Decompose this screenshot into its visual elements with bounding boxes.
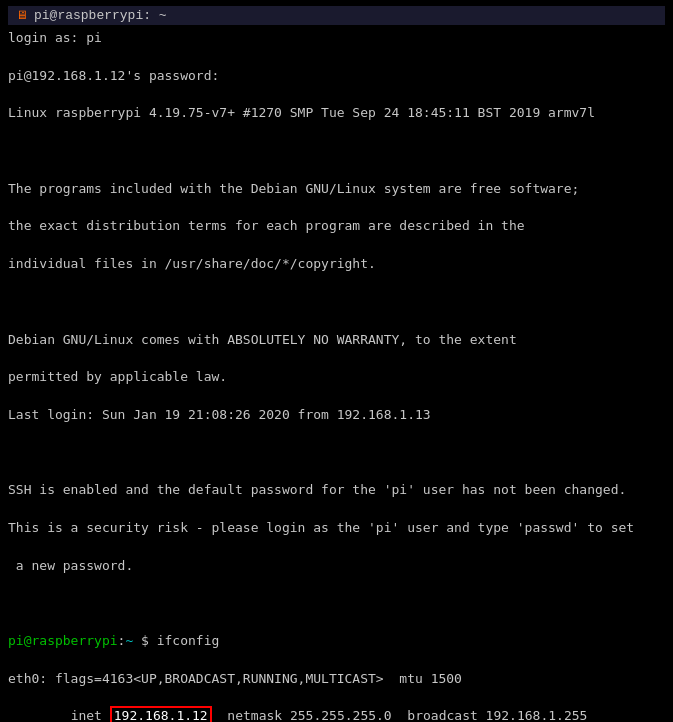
line-programs1: The programs included with the Debian GN… <box>8 180 665 199</box>
line-ssh1: SSH is enabled and the default password … <box>8 481 665 500</box>
title-bar: 🖥 pi@raspberrypi: ~ <box>8 6 665 25</box>
eth0-ip-highlight: 192.168.1.12 <box>110 706 212 722</box>
line-ssh2: This is a security risk - please login a… <box>8 519 665 538</box>
line-blank1 <box>8 142 665 161</box>
line-lastlogin: Last login: Sun Jan 19 21:08:26 2020 fro… <box>8 406 665 425</box>
prompt-dir: ~ <box>125 633 133 648</box>
terminal-output: login as: pi pi@192.168.1.12's password:… <box>8 29 665 722</box>
prompt-user: pi@raspberrypi <box>8 633 118 648</box>
line-blank4 <box>8 594 665 613</box>
line-programs2: the exact distribution terms for each pr… <box>8 217 665 236</box>
line-ssh3: a new password. <box>8 557 665 576</box>
line-prompt-ifconfig: pi@raspberrypi:~ $ ifconfig <box>8 632 665 651</box>
line-linux-version: Linux raspberrypi 4.19.75-v7+ #1270 SMP … <box>8 104 665 123</box>
line-blank3 <box>8 444 665 463</box>
line-password: pi@192.168.1.12's password: <box>8 67 665 86</box>
terminal-window: 🖥 pi@raspberrypi: ~ login as: pi pi@192.… <box>0 0 673 722</box>
line-login: login as: pi <box>8 29 665 48</box>
line-eth0-flags: eth0: flags=4163<UP,BROADCAST,RUNNING,MU… <box>8 670 665 689</box>
title-text: pi@raspberrypi: ~ <box>34 8 167 23</box>
line-blank2 <box>8 293 665 312</box>
line-eth0-inet: inet 192.168.1.12 netmask 255.255.255.0 … <box>8 707 665 722</box>
line-debian2: permitted by applicable law. <box>8 368 665 387</box>
line-programs3: individual files in /usr/share/doc/*/cop… <box>8 255 665 274</box>
line-debian1: Debian GNU/Linux comes with ABSOLUTELY N… <box>8 331 665 350</box>
terminal-icon: 🖥 <box>16 8 28 23</box>
